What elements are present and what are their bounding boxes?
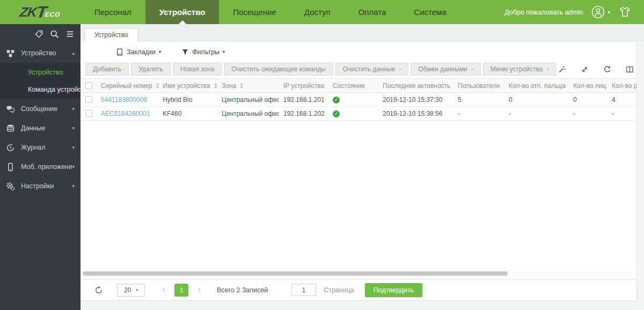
sidebar-subitem[interactable]: Устройство [0, 64, 80, 81]
tab-strip: Устройство [80, 24, 644, 42]
row-checkbox-cell [80, 96, 97, 103]
cell-extra: 4 [608, 96, 636, 104]
row-checkbox[interactable] [85, 96, 92, 103]
column-header-label: Кол-во лиц [573, 82, 606, 90]
action-button[interactable]: Новая зона [173, 63, 222, 76]
expand-icon[interactable] [581, 65, 589, 73]
column-header[interactable]: Последняя активность [378, 82, 453, 90]
sidebar-item-label: Данные [21, 124, 45, 132]
column-header[interactable]: Состояние [328, 82, 378, 90]
logo-text: ECO [45, 11, 61, 18]
book-icon [116, 48, 123, 56]
chevron-down-icon: ▾ [72, 106, 75, 112]
nav-item[interactable]: Посещение [219, 0, 290, 24]
columns-icon[interactable] [626, 65, 634, 73]
active-tab-notch [179, 20, 186, 24]
action-button-label: Удалить [138, 65, 163, 73]
settings-icon [6, 182, 15, 191]
sidebar-item[interactable]: Журнал▾ [0, 138, 80, 157]
search-icon[interactable] [50, 29, 59, 39]
nav-item-label: Посещение [233, 8, 276, 17]
chevron-down-icon: ▾ [471, 67, 473, 72]
action-button[interactable]: Меню устройства▾ [483, 63, 557, 76]
cell-extra: - [608, 110, 636, 117]
chevron-down-icon: ▾ [546, 67, 548, 72]
select-all-checkbox[interactable] [85, 82, 92, 89]
sidebar-item-label: Моб. приложение [21, 163, 72, 171]
sidebar-item[interactable]: Устройство▴ [0, 43, 80, 63]
column-header[interactable]: IP устройства [279, 82, 328, 90]
column-header[interactable]: Имя устройства [158, 82, 217, 90]
refresh-icon[interactable] [94, 286, 103, 294]
message-icon [6, 105, 15, 114]
mobile-icon [6, 163, 15, 172]
filters-button[interactable]: Фильтры ▾ [181, 48, 225, 56]
cell-last_activity: 2019-12-10 15:38:56 [378, 110, 453, 117]
cell-name: KF460 [158, 110, 217, 117]
logo-text: ZK [19, 4, 38, 20]
device-serial-link[interactable]: AEC5184260001 [101, 110, 150, 117]
cell-users: 5 [453, 96, 504, 104]
device-serial-link[interactable]: 5441183800009 [101, 96, 147, 104]
sidebar-item[interactable]: Сообщение▾ [0, 99, 80, 119]
chevron-down-icon: ▾ [223, 49, 225, 54]
column-header[interactable]: Кол-во лиц [569, 82, 608, 90]
nav-item[interactable]: Доступ [290, 0, 345, 24]
table-body: 5441183800009Hybrid BioЦентральный офис1… [80, 93, 636, 121]
nav-item[interactable]: Устройство [145, 0, 219, 24]
nav-item[interactable]: Система [400, 0, 460, 24]
sidebar-item[interactable]: Настройки▾ [0, 176, 80, 196]
column-header[interactable]: Зона [217, 82, 279, 90]
scrollbar-thumb[interactable] [83, 271, 508, 276]
user-icon [591, 5, 605, 19]
action-button[interactable]: Обмен данными▾ [411, 63, 480, 76]
nav-item-label: Доступ [304, 8, 331, 17]
column-header[interactable]: Кол-во ры [608, 82, 636, 90]
zkteco-logo: ZKTECO [0, 0, 82, 24]
sidebar-item-label: Журнал [21, 144, 46, 151]
cell-serial: 5441183800009 [97, 96, 158, 104]
menu-icon[interactable] [66, 30, 74, 38]
user-menu[interactable]: ▾ [591, 5, 610, 19]
main-nav: ПерсоналУстройствоПосещениеДоступОплатаС… [80, 0, 460, 24]
page-input[interactable] [291, 284, 316, 296]
tag-icon[interactable] [35, 30, 43, 38]
wand-icon[interactable] [558, 65, 566, 73]
status-ok-icon: ✓ [333, 110, 340, 117]
action-button[interactable]: Очистить ожидающие команды [224, 63, 333, 76]
tab-device[interactable]: Устройство [85, 28, 138, 42]
theme-shirt-icon[interactable] [619, 6, 631, 18]
table-row[interactable]: 5441183800009Hybrid BioЦентральный офис1… [80, 93, 636, 107]
column-header[interactable]: Кол-во отп. пальца [504, 82, 569, 90]
pagination-bar: 20 ▾ 1 Всего 2 Записей Страница Подтверд… [80, 279, 636, 300]
bookmarks-button[interactable]: Закладки ▾ [116, 48, 161, 56]
column-header[interactable]: Серийный номер [97, 82, 158, 90]
action-button[interactable]: Очистить данные▾ [335, 63, 409, 76]
cell-zone: Центральный офис [217, 96, 279, 104]
page-size-select[interactable]: 20 ▾ [117, 284, 145, 297]
sidebar-item-label: Сообщение [21, 105, 57, 113]
confirm-button[interactable]: Подтвердить [365, 283, 422, 297]
action-button[interactable]: Удалить [131, 63, 171, 76]
sort-icon[interactable] [240, 83, 243, 88]
sidebar-tools [0, 24, 80, 43]
device-icon [6, 49, 15, 58]
chevron-down-icon: ▾ [72, 164, 75, 169]
history-icon[interactable] [603, 65, 611, 73]
sidebar-subitem[interactable]: Команда устройства [0, 81, 80, 98]
cell-users: - [453, 110, 504, 117]
row-checkbox[interactable] [85, 110, 92, 117]
column-header[interactable]: Пользователи [453, 82, 504, 90]
nav-item[interactable]: Оплата [345, 0, 400, 24]
sidebar-item[interactable]: Моб. приложение▾ [0, 157, 80, 176]
prev-page-button[interactable] [160, 286, 167, 293]
action-button[interactable]: Добавить [85, 63, 129, 76]
sort-icon[interactable] [214, 83, 217, 88]
current-page-button[interactable]: 1 [174, 284, 188, 297]
next-page-button[interactable] [195, 286, 202, 293]
nav-item[interactable]: Персонал [80, 0, 145, 24]
table-row[interactable]: AEC5184260001KF460Центральный офис192.16… [80, 107, 636, 121]
action-button-label: Новая зона [180, 65, 214, 73]
horizontal-scrollbar[interactable] [82, 271, 634, 276]
sidebar-item[interactable]: Данные▾ [0, 119, 80, 138]
